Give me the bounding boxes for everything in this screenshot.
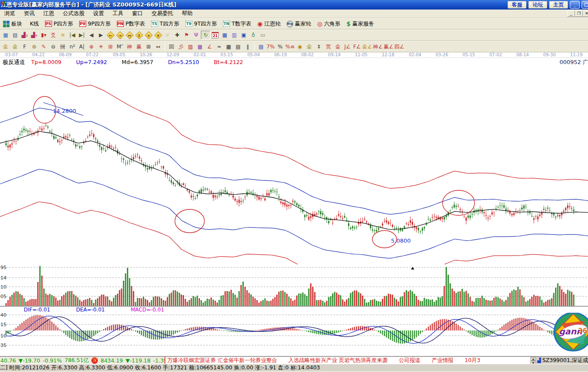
forum-button[interactable]: 论坛	[528, 1, 547, 9]
wave-icon[interactable]: ≈	[214, 42, 224, 51]
parallel-icon[interactable]: ∥	[243, 42, 252, 51]
spiral-icon[interactable]: ⊚	[29, 42, 39, 51]
first-icon[interactable]: |◀	[68, 31, 77, 39]
web-icon[interactable]: ♁	[249, 31, 258, 39]
toolbar-gann-wheel-button[interactable]: ◉江恩轮	[254, 19, 284, 29]
shen-angle-icon[interactable]: 神∠	[372, 42, 383, 51]
info-doc-icon[interactable]: ▤	[10, 31, 20, 39]
minimize-button[interactable]: _	[570, 1, 580, 9]
last-icon[interactable]: ▶|	[77, 31, 87, 39]
grid-125-icon[interactable]: ⊞	[144, 42, 153, 51]
macd-pane[interactable]: 40151035 gann369	[0, 313, 588, 356]
shift-left-icon[interactable]: ←	[106, 31, 115, 39]
page-lines-icon[interactable]: 页	[323, 42, 333, 51]
restore-button[interactable]: ❐	[582, 1, 588, 9]
f-angle-icon[interactable]: F∠	[352, 42, 362, 51]
menu-item-5[interactable]: 工具	[108, 10, 128, 17]
compress-h-icon[interactable]: ↕	[134, 31, 144, 39]
main-kline-chart[interactable]: 14.28005.0800	[0, 66, 588, 264]
toolbar-blocks-button[interactable]: 板块	[0, 19, 25, 29]
shen-icon[interactable]: 神	[125, 42, 134, 51]
h-range-icon[interactable]: ↔	[153, 42, 163, 51]
stock-pick-icon[interactable]: ▦	[1, 31, 10, 39]
gold-circle-icon[interactable]: ◉	[295, 42, 304, 51]
box-tool-icon[interactable]: 回	[167, 42, 176, 51]
expand-h-icon[interactable]: ↔	[125, 31, 134, 39]
save-icon[interactable]: ▣	[239, 31, 249, 39]
gold-square-icon[interactable]: 金	[1, 42, 10, 51]
ying-angle-icon[interactable]: 赢∠	[383, 42, 394, 51]
pct-icon[interactable]: %	[275, 42, 285, 51]
chart-9-icon[interactable]: ▟₉	[29, 31, 39, 39]
menu-item-8[interactable]: 帮助	[178, 10, 197, 17]
index-selector[interactable]: ▟ SZ399001,深证成	[536, 357, 588, 364]
hand-icon[interactable]: ☞	[163, 31, 172, 39]
menu-item-6[interactable]: 窗口	[128, 10, 147, 17]
toolbar-t-table-button[interactable]: TNT数字表	[220, 19, 254, 29]
circle-cross-icon[interactable]: ⊕	[87, 42, 96, 51]
draw-pen-icon[interactable]: ✎	[39, 42, 48, 51]
gold-lines-icon[interactable]: 金	[304, 42, 314, 51]
calendar-icon[interactable]: 21	[210, 31, 220, 39]
toolbar-winner-service-button[interactable]: $赢家服务	[343, 19, 377, 29]
a-line-icon[interactable]: A|	[77, 42, 87, 51]
toolbar-9p-square-button[interactable]: P99P四方形	[76, 19, 114, 29]
si-angle-icon[interactable]: 四∠	[394, 42, 405, 51]
n2-icon[interactable]: n²	[68, 42, 77, 51]
star-grid-icon[interactable]: ✳	[96, 42, 106, 51]
globe-icon[interactable]: ⊖	[48, 42, 58, 51]
notes-icon[interactable]: ▥	[229, 31, 239, 39]
fan-color-icon[interactable]: ▩	[195, 42, 205, 51]
m-mark-icon[interactable]: M″	[115, 42, 125, 51]
remote-icon[interactable]: ▭	[258, 31, 268, 39]
fan-area-icon[interactable]: ▨	[186, 42, 195, 51]
pct-lines-icon[interactable]: %≡	[285, 42, 295, 51]
homepage-button[interactable]: 主页	[549, 1, 568, 9]
gold-angle-icon[interactable]: 金∠	[362, 42, 372, 51]
needle-icon[interactable]: Ψ	[191, 31, 201, 39]
child-minimize-button[interactable]: _	[567, 10, 575, 17]
grid-coarse-icon[interactable]: ▤	[233, 42, 243, 51]
square-grid-icon[interactable]: ⊞	[106, 42, 115, 51]
menu-item-0[interactable]: 浏览	[0, 10, 19, 17]
chart-3-icon[interactable]: ▟₃	[20, 31, 29, 39]
comb-icon[interactable]: 卌	[58, 42, 68, 51]
toolbar-winner-wheel-button[interactable]: Big赢家轮	[284, 19, 314, 29]
menu-item-7[interactable]: 交易委托	[147, 10, 178, 17]
gold-underline-icon[interactable]: 金	[333, 42, 342, 51]
compress-all-icon[interactable]: ×	[153, 31, 163, 39]
menu-item-3[interactable]: 公式选股	[58, 10, 89, 17]
volume-pane[interactable]: 95141005	[0, 264, 588, 306]
child-close-button[interactable]: ✕	[583, 10, 588, 17]
toolbar-kline-button[interactable]: K线	[25, 19, 42, 29]
rank-icon[interactable]: ≋	[58, 31, 68, 39]
angle-line-icon[interactable]: ∠	[205, 42, 214, 51]
gold-square2-icon[interactable]: 金	[10, 42, 20, 51]
shift-right-icon[interactable]: →	[115, 31, 125, 39]
measure-icon[interactable]: ‡	[314, 42, 323, 51]
customer-service-button[interactable]: 客服	[507, 1, 527, 9]
pct7-icon[interactable]: 7%	[266, 42, 275, 51]
j-angle-icon[interactable]: J∠	[342, 42, 352, 51]
fan-lines-icon[interactable]: 彡	[176, 42, 186, 51]
menu-item-1[interactable]: 资讯	[19, 10, 39, 17]
menu-item-2[interactable]: 江恩	[39, 10, 58, 17]
mark-icon[interactable]: ⚑	[182, 31, 191, 39]
fib-icon[interactable]: F	[20, 42, 29, 51]
expand-all-icon[interactable]: +	[144, 31, 153, 39]
stats-icon[interactable]: ▤	[256, 42, 266, 51]
child-restore-button[interactable]: ❐	[575, 10, 583, 17]
spinner-down-icon[interactable]: ▼	[530, 361, 536, 364]
toolbar-9t-square-button[interactable]: T99T四方形	[182, 19, 220, 29]
pattern-icon[interactable]: 爻	[48, 31, 58, 39]
toolbar-p-square-button[interactable]: PSP四方形	[42, 19, 76, 29]
toolbar-p-table-button[interactable]: PNP数字表	[114, 19, 148, 29]
prev-icon[interactable]: ◀	[87, 31, 96, 39]
spinner-up-icon[interactable]: ▲	[530, 357, 536, 361]
calculator-icon[interactable]: ▦	[220, 31, 229, 39]
toolbar-t-square-button[interactable]: TST四方形	[148, 19, 182, 29]
ticker-spinner[interactable]: ▲ ▼	[530, 357, 536, 364]
menu-item-4[interactable]: 设置	[89, 10, 108, 17]
cycle-icon[interactable]: ↻	[201, 31, 210, 39]
toolbar-hexagon-button[interactable]: ◎六角形	[314, 19, 343, 29]
